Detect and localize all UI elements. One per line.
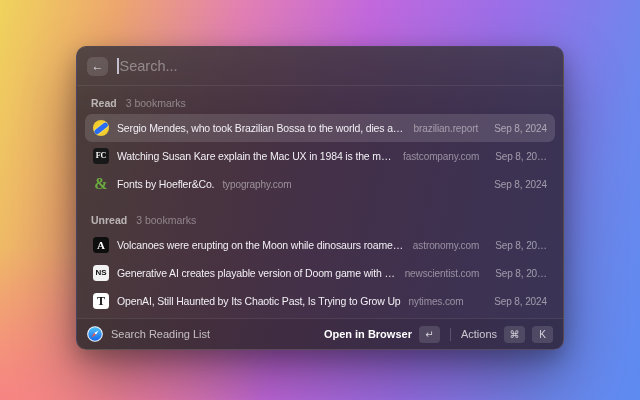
bookmark-title: OpenAI, Still Haunted by Its Chaotic Pas…	[117, 295, 401, 307]
list-item[interactable]: &Fonts by Hoefler&Co.typography.comSep 8…	[85, 170, 555, 198]
list-item[interactable]: Sergio Mendes, who took Brazilian Bossa …	[85, 114, 555, 142]
extension-title: Search Reading List	[111, 328, 210, 340]
fastcompany-favicon: FC	[93, 148, 109, 164]
section-label: Unread	[91, 214, 127, 226]
bookmark-date: Sep 8, 2024	[486, 179, 547, 190]
bookmark-domain: fastcompany.com	[403, 151, 479, 162]
list-item[interactable]: FCWatching Susan Kare explain the Mac UX…	[85, 142, 555, 170]
brazilian-report-favicon	[93, 120, 109, 136]
bookmark-domain: brazilian.report	[414, 123, 479, 134]
launcher-window: ← Read3 bookmarksSergio Mendes, who took…	[76, 46, 564, 350]
section-count: 3 bookmarks	[126, 97, 186, 109]
nytimes-favicon: T	[93, 293, 109, 309]
search-field-wrap	[117, 47, 553, 85]
bookmark-date: Sep 8, 2024	[486, 123, 547, 134]
footer-bar: Search Reading List Open in Browser ↵ Ac…	[77, 318, 563, 349]
desktop-background: ← Read3 bookmarksSergio Mendes, who took…	[0, 0, 640, 400]
list-item[interactable]: AVolcanoes were erupting on the Moon whi…	[85, 231, 555, 259]
section-label: Read	[91, 97, 117, 109]
favicon-swoosh	[93, 121, 108, 134]
bookmark-list: Read3 bookmarksSergio Mendes, who took B…	[77, 86, 563, 318]
bookmark-title: Volcanoes were erupting on the Moon whil…	[117, 239, 405, 251]
bookmark-title: Fonts by Hoefler&Co.	[117, 178, 214, 190]
bookmark-date: Sep 8, 20…	[487, 240, 547, 251]
bookmark-title: Watching Susan Kare explain the Mac UX i…	[117, 150, 395, 162]
bookmark-date: Sep 8, 2024	[486, 296, 547, 307]
bookmark-domain: newscientist.com	[405, 268, 480, 279]
bookmark-domain: nytimes.com	[409, 296, 464, 307]
actions-menu-button[interactable]: Actions	[461, 328, 497, 340]
back-arrow-icon: ←	[92, 59, 104, 73]
back-button[interactable]: ←	[87, 57, 108, 76]
text-cursor	[117, 58, 119, 74]
search-input[interactable]	[120, 58, 554, 74]
k-key-icon[interactable]: K	[532, 326, 553, 343]
section-header: Read3 bookmarks	[85, 90, 555, 114]
bookmark-title: Sergio Mendes, who took Brazilian Bossa …	[117, 122, 406, 134]
list-item[interactable]: TOpenAI, Still Haunted by Its Chaotic Pa…	[85, 287, 555, 315]
list-item[interactable]: NSGenerative AI creates playable version…	[85, 259, 555, 287]
enter-key-icon[interactable]: ↵	[419, 326, 440, 343]
newscientist-favicon: NS	[93, 265, 109, 281]
footer-actions: Open in Browser ↵ Actions ⌘ K	[324, 326, 553, 343]
open-in-browser-button[interactable]: Open in Browser	[324, 328, 412, 340]
section-header: Unread3 bookmarks	[85, 207, 555, 231]
bookmark-title: Generative AI creates playable version o…	[117, 267, 397, 279]
bookmark-domain: astronomy.com	[413, 240, 479, 251]
bookmark-domain: typography.com	[222, 179, 291, 190]
bookmark-date: Sep 8, 20…	[487, 268, 547, 279]
search-bar: ←	[77, 47, 563, 86]
footer-divider	[450, 328, 451, 341]
section-count: 3 bookmarks	[136, 214, 196, 226]
astronomy-favicon: A	[93, 237, 109, 253]
bookmark-date: Sep 8, 20…	[487, 151, 547, 162]
safari-icon	[87, 326, 103, 342]
command-key-icon[interactable]: ⌘	[504, 326, 525, 343]
hoefler-ampersand-favicon: &	[93, 176, 109, 192]
